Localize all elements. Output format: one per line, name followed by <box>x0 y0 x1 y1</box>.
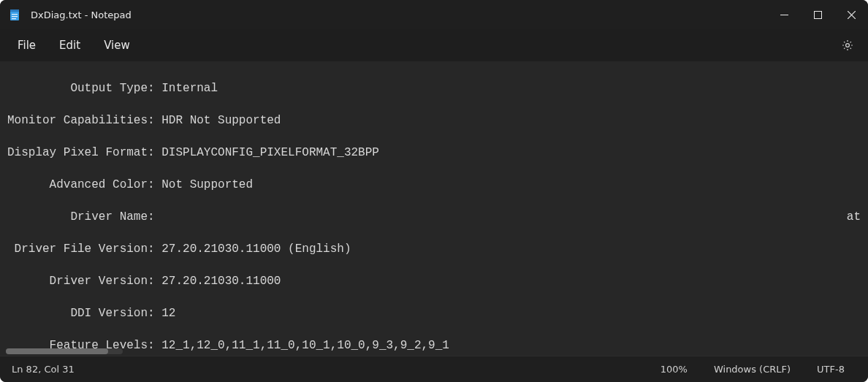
status-encoding[interactable]: UTF-8 <box>804 364 858 375</box>
menu-edit[interactable]: Edit <box>47 34 92 56</box>
text-line: Advanced Color: Not Supported <box>7 177 861 193</box>
status-line-ending[interactable]: Windows (CRLF) <box>701 364 804 375</box>
status-position: Ln 82, Col 31 <box>10 364 647 375</box>
statusbar: Ln 82, Col 31 100% Windows (CRLF) UTF-8 <box>0 356 868 382</box>
menu-file[interactable]: File <box>6 34 47 56</box>
text-line: Output Type: Internal <box>7 80 861 96</box>
svg-rect-2 <box>12 14 18 15</box>
text-line: Driver Version: 27.20.21030.11000 <box>7 273 861 289</box>
svg-point-7 <box>846 44 850 47</box>
svg-rect-5 <box>780 15 788 15</box>
text-line: Driver Name:at <box>7 209 861 225</box>
text-editor[interactable]: Output Type: Internal Monitor Capabiliti… <box>0 61 868 356</box>
window-title: DxDiag.txt - Notepad <box>31 9 767 20</box>
menubar: File Edit View <box>0 29 868 61</box>
horizontal-scrollbar-thumb[interactable] <box>6 348 108 354</box>
settings-button[interactable] <box>833 39 862 52</box>
titlebar[interactable]: DxDiag.txt - Notepad <box>0 0 868 29</box>
text-line: Display Pixel Format: DISPLAYCONFIG_PIXE… <box>7 145 861 161</box>
status-zoom[interactable]: 100% <box>647 364 701 375</box>
maximize-button[interactable] <box>801 0 834 29</box>
notepad-window: DxDiag.txt - Notepad File Edit View Outp… <box>0 0 868 382</box>
menu-view[interactable]: View <box>92 34 142 56</box>
text-line: Driver File Version: 27.20.21030.11000 (… <box>7 241 861 257</box>
svg-rect-1 <box>10 9 19 12</box>
minimize-button[interactable] <box>767 0 801 29</box>
text-line: Feature Levels: 12_1,12_0,11_1,11_0,10_1… <box>7 337 861 354</box>
svg-rect-6 <box>814 11 821 18</box>
notepad-icon <box>9 8 22 21</box>
truncated-text: at <box>847 209 861 225</box>
text-line: DDI Version: 12 <box>7 305 861 321</box>
svg-rect-3 <box>12 16 18 17</box>
text-line: Monitor Capabilities: HDR Not Supported <box>7 112 861 129</box>
svg-rect-4 <box>12 18 16 19</box>
close-button[interactable] <box>834 0 868 29</box>
